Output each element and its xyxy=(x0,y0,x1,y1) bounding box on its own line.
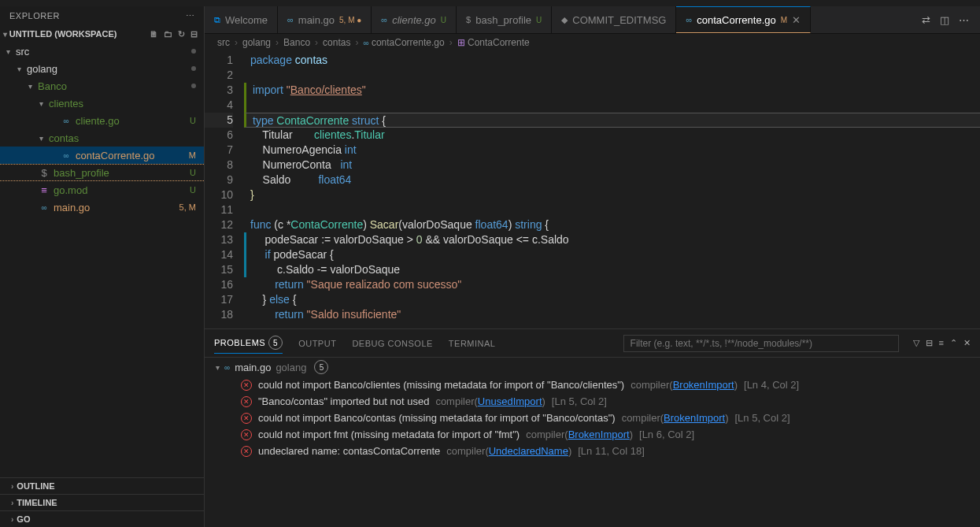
explorer-title: EXPLORER xyxy=(9,11,60,21)
filter-icon[interactable]: ▽ xyxy=(913,338,919,347)
panel-tab-output[interactable]: OUTPUT xyxy=(298,336,336,351)
new-file-icon[interactable]: 🗎 xyxy=(150,29,158,39)
breadcrumb[interactable]: src›golang›Banco›contas›∞ contaCorrente.… xyxy=(205,34,980,51)
section-timeline[interactable]: ›TIMELINE xyxy=(0,494,204,510)
shell-icon: $ xyxy=(466,15,471,24)
panel-tab-problems[interactable]: PROBLEMS5 xyxy=(214,332,283,354)
tree-item[interactable]: ▾Banco xyxy=(0,77,204,95)
split-icon[interactable]: ◫ xyxy=(940,14,949,26)
problem-item[interactable]: ✕undeclared name: contasContaCorrente co… xyxy=(205,443,980,459)
crumb[interactable]: golang xyxy=(242,37,271,48)
new-folder-icon[interactable]: 🗀 xyxy=(164,29,172,39)
file-tree: ▾src▾golang▾Banco▾clientes∞cliente.goU▾c… xyxy=(0,43,204,477)
tab-label: main.go xyxy=(298,14,335,26)
tab-main-go[interactable]: ∞main.go5, M ● xyxy=(278,6,372,33)
go-icon: ∞ xyxy=(686,15,692,24)
tree-item[interactable]: ∞contaCorrente.goM xyxy=(0,147,204,164)
go-icon: ∞ xyxy=(287,15,294,24)
workspace-name: UNTITLED (WORKSPACE) xyxy=(9,29,117,39)
error-icon: ✕ xyxy=(241,429,252,440)
compare-icon[interactable]: ⇄ xyxy=(922,14,930,26)
tab-label: COMMIT_EDITMSG xyxy=(572,14,666,26)
error-icon: ✕ xyxy=(241,380,252,391)
editor-tabs: ⧉Welcome∞main.go5, M ●∞cliente.goU$bash_… xyxy=(205,6,980,34)
crumb[interactable]: contas xyxy=(323,37,350,48)
close-icon[interactable]: ✕ xyxy=(792,14,801,26)
error-icon: ✕ xyxy=(241,446,252,457)
tree-item[interactable]: ▾clientes xyxy=(0,95,204,112)
refresh-icon[interactable]: ↻ xyxy=(178,29,185,39)
problem-file[interactable]: ▾ ∞ main.go golang 5 xyxy=(205,358,980,377)
tab-commit_editmsg[interactable]: ◆COMMIT_EDITMSG xyxy=(552,6,676,33)
sidebar: EXPLORER ⋯ ▾ UNTITLED (WORKSPACE) 🗎 🗀 ↻ … xyxy=(0,6,205,527)
explorer-more-icon[interactable]: ⋯ xyxy=(186,11,195,21)
problem-item[interactable]: ✕"Banco/contas" imported but not used co… xyxy=(205,393,980,410)
crumb[interactable]: ∞ contaCorrente.go xyxy=(363,37,444,48)
collapse-icon[interactable]: ⊟ xyxy=(190,29,198,39)
go-icon: ∞ xyxy=(381,15,387,24)
tree-item[interactable]: ▾src xyxy=(0,43,204,60)
problem-item[interactable]: ✕could not import Banco/contas (missing … xyxy=(205,410,980,426)
code-editor[interactable]: 123456789101112131415161718 package cont… xyxy=(205,51,980,328)
error-icon: ✕ xyxy=(241,413,252,424)
minimap[interactable] xyxy=(900,51,978,169)
tree-item[interactable]: ∞cliente.goU xyxy=(0,112,204,129)
section-outline[interactable]: ›OUTLINE xyxy=(0,477,204,494)
problem-item[interactable]: ✕could not import fmt (missing metadata … xyxy=(205,426,980,443)
close-panel-icon[interactable]: ✕ xyxy=(963,338,971,347)
git-icon: ◆ xyxy=(561,15,568,25)
crumb[interactable]: ⊞ ContaCorrente xyxy=(457,37,530,48)
crumb[interactable]: src xyxy=(217,37,230,48)
problems-filter-input[interactable] xyxy=(623,335,899,352)
section-go[interactable]: ›GO xyxy=(0,510,204,527)
tree-item[interactable]: ▾contas xyxy=(0,129,204,147)
tab-cliente-go[interactable]: ∞cliente.goU xyxy=(372,6,457,33)
list-icon[interactable]: ≡ xyxy=(939,338,944,347)
chevron-up-icon[interactable]: ⌃ xyxy=(950,338,957,347)
tree-item[interactable]: ▾golang xyxy=(0,60,204,77)
collapse-icon[interactable]: ⊟ xyxy=(926,338,933,347)
panel-tab-debug-console[interactable]: DEBUG CONSOLE xyxy=(352,336,432,351)
tab-label: Welcome xyxy=(225,14,268,26)
tab-label: bash_profile xyxy=(475,14,531,26)
crumb[interactable]: Banco xyxy=(283,37,310,48)
tree-item[interactable]: ∞main.go5, M xyxy=(0,199,204,216)
panel-tab-terminal[interactable]: TERMINAL xyxy=(449,336,496,351)
tab-label: cliente.go xyxy=(392,14,436,26)
bottom-panel: PROBLEMS5OUTPUTDEBUG CONSOLETERMINAL▽⊟≡⌃… xyxy=(205,328,980,527)
vscode-icon: ⧉ xyxy=(214,15,220,25)
more-icon[interactable]: ⋯ xyxy=(959,14,969,26)
tab-label: contaCorrente.go xyxy=(697,14,775,26)
tree-item[interactable]: $bash_profileU xyxy=(0,164,204,181)
tab-contacorrente-go[interactable]: ∞contaCorrente.goM✕ xyxy=(676,6,811,33)
tree-item[interactable]: ≡go.modU xyxy=(0,181,204,199)
tab-bash_profile[interactable]: $bash_profileU xyxy=(457,6,552,33)
tab-welcome[interactable]: ⧉Welcome xyxy=(205,6,278,33)
problem-item[interactable]: ✕could not import Banco/clientes (missin… xyxy=(205,377,980,393)
error-icon: ✕ xyxy=(241,396,252,407)
